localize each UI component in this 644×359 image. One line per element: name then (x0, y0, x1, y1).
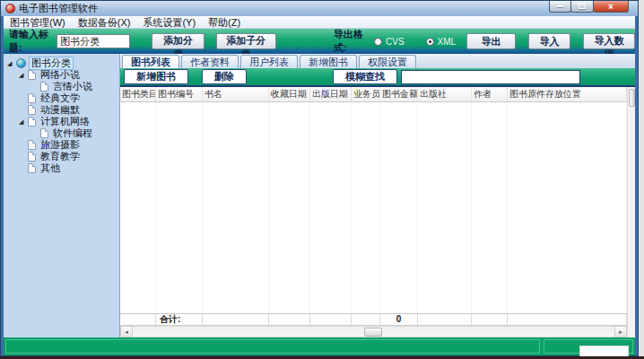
expand-arrow-icon[interactable]: ◢ (19, 69, 28, 81)
page-icon (40, 128, 48, 138)
col-header-book-name[interactable]: 书名 (203, 87, 269, 101)
col-header-publish-date[interactable]: 出版日期 (310, 87, 352, 101)
tree-item[interactable]: ◢ 网络小说 (4, 69, 119, 81)
tab-permission-settings[interactable]: 权限设置 (359, 55, 416, 68)
search-input[interactable] (401, 70, 580, 84)
tab-book-list[interactable]: 图书列表 (122, 55, 179, 68)
col-header-author[interactable]: 作者 (472, 87, 508, 101)
tree-item-root[interactable]: ◢ 图书分类 (4, 57, 119, 69)
add-subcategory-button[interactable]: 添加子分类 (216, 33, 276, 49)
scroll-right-icon[interactable]: ► (614, 326, 627, 337)
export-format-label: 导出格式: (334, 28, 369, 55)
col-header-storage-location[interactable]: 图书原件存放位置 (508, 87, 627, 101)
main-area: ◢ 图书分类 ◢ 网络小说 言情小说 经典文学 (4, 54, 635, 337)
title-input[interactable] (57, 34, 130, 48)
window-title: 电子图书管理软件 (19, 2, 98, 15)
tree-item[interactable]: 教育教学 (4, 151, 119, 162)
export-button[interactable]: 导出 (466, 33, 516, 49)
radio-cvs[interactable] (374, 38, 382, 46)
page-icon (40, 82, 48, 92)
body-column (418, 102, 472, 313)
col-header-salesperson[interactable]: 业务员 (352, 87, 380, 101)
expand-arrow-icon[interactable]: ◢ (19, 116, 28, 127)
tree-item[interactable]: 言情小说 (4, 81, 119, 92)
col-header-publisher[interactable]: 出版社 (418, 87, 472, 101)
title-bar[interactable]: 电子图书管理软件 × (1, 1, 638, 16)
tree-item[interactable]: 软件编程 (4, 127, 119, 139)
desktop-right-strip (639, 0, 644, 359)
tree-item-label: 动漫幽默 (39, 104, 82, 116)
scrollbar-thumb[interactable] (364, 328, 382, 337)
body-column (352, 102, 380, 313)
page-icon (28, 70, 36, 80)
page-icon (28, 117, 36, 127)
radio-xml-label: XML (438, 37, 457, 47)
horizontal-scrollbar[interactable]: ◄ ► (120, 325, 627, 337)
body-column (472, 102, 508, 313)
tree-item[interactable]: 旅游摄影 (4, 139, 119, 151)
scrollbar-track[interactable] (133, 326, 614, 337)
summary-cell (508, 314, 627, 325)
vertical-scrollbar-thumb[interactable] (629, 89, 635, 107)
col-header-collect-date[interactable]: 收藏日期 (269, 87, 310, 101)
tree-item[interactable]: 其他 (4, 162, 119, 174)
col-header-price[interactable]: 图书金额 (380, 87, 418, 101)
status-panel (4, 337, 635, 355)
body-column (156, 102, 203, 313)
tree-item-label: 言情小说 (51, 81, 94, 92)
tab-new-book[interactable]: 新增图书 (300, 55, 357, 68)
action-row: 新增图书 删除 模糊查找 (120, 68, 635, 87)
tree-item-label: 网络小说 (39, 69, 82, 81)
book-grid: 图书类目 图书编号 书名 收藏日期 出版日期 业务员 图书金额 出版社 作者 图… (120, 87, 635, 337)
summary-cell (352, 314, 380, 325)
tree-item-label: 其他 (39, 162, 62, 174)
tree-item[interactable]: 经典文学 (4, 92, 119, 104)
table-body-empty[interactable] (120, 102, 627, 313)
summary-cell (472, 314, 508, 325)
scroll-left-icon[interactable]: ◄ (120, 326, 133, 337)
tree-item[interactable]: 动漫幽默 (4, 104, 119, 116)
tree-item-label: 经典文学 (39, 92, 82, 104)
status-panel-right (544, 339, 633, 354)
menu-item-help[interactable]: 帮助(Z) (202, 16, 247, 29)
close-icon: × (608, 2, 614, 12)
title-input-label: 请输入标题: (9, 28, 52, 55)
category-tree: ◢ 图书分类 ◢ 网络小说 言情小说 经典文学 (4, 54, 120, 337)
import-button[interactable]: 导入 (528, 33, 570, 49)
summary-label: 合计: (156, 314, 203, 325)
fuzzy-search-button[interactable]: 模糊查找 (333, 69, 397, 84)
body-column (120, 102, 156, 313)
tab-user-list[interactable]: 用户列表 (240, 55, 298, 68)
menu-item-system-settings[interactable]: 系统设置(Y) (136, 16, 202, 29)
vertical-scrollbar[interactable] (627, 87, 635, 337)
page-icon (28, 152, 36, 162)
maximize-button[interactable] (570, 1, 594, 13)
delete-button[interactable]: 删除 (202, 69, 247, 84)
minimize-button[interactable] (549, 1, 571, 13)
radio-xml[interactable] (426, 38, 434, 46)
app-icon (5, 4, 15, 13)
radio-xml-group: XML (426, 37, 457, 47)
tree-item[interactable]: ◢ 计算机网络 (4, 116, 119, 127)
grid-main: 图书类目 图书编号 书名 收藏日期 出版日期 业务员 图书金额 出版社 作者 图… (120, 87, 627, 337)
menu-item-book-management[interactable]: 图书管理(W) (4, 16, 72, 29)
status-panel-left (5, 339, 540, 354)
maximize-icon (579, 4, 586, 9)
close-button[interactable]: × (593, 1, 629, 13)
col-header-book-id[interactable]: 图书编号 (156, 87, 203, 101)
page-icon (28, 93, 36, 103)
body-column (310, 102, 352, 313)
expand-arrow-icon[interactable]: ◢ (7, 57, 16, 69)
page-icon (28, 140, 36, 150)
new-book-button[interactable]: 新增图书 (124, 69, 188, 84)
menu-item-data-backup[interactable]: 数据备份(X) (72, 16, 137, 29)
summary-cell (418, 314, 472, 325)
add-category-button[interactable]: 添加分类 (152, 33, 204, 49)
summary-cell (203, 314, 269, 325)
tab-author-info[interactable]: 作者资料 (181, 55, 239, 68)
summary-cell (269, 314, 310, 325)
import-data-button[interactable]: 导入数据 (583, 33, 635, 49)
tree-item-label: 计算机网络 (39, 116, 91, 127)
col-header-category[interactable]: 图书类目 (120, 87, 156, 101)
tab-bar: 图书列表 作者资料 用户列表 新增图书 权限设置 (120, 54, 635, 68)
